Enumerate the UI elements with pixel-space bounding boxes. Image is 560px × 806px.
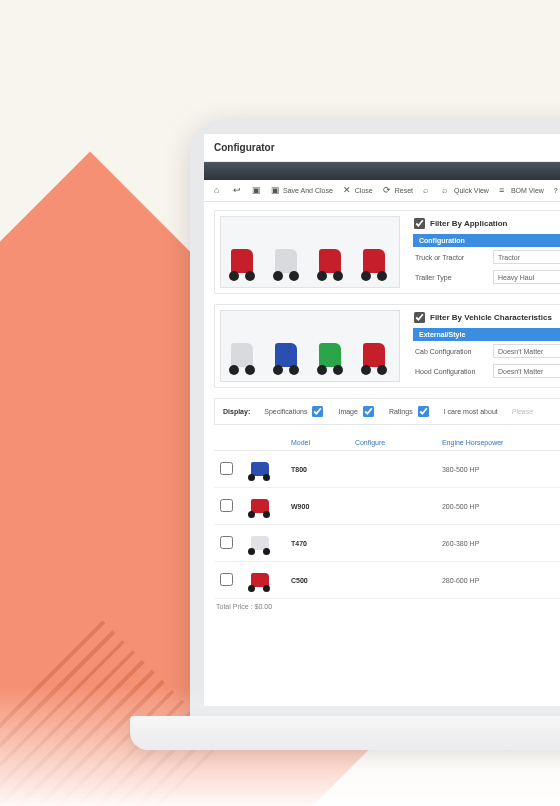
save-and-close-label: Save And Close [283, 187, 333, 194]
back-icon: ↩ [233, 186, 242, 195]
col-engine-hp[interactable]: Engine Horsepower [436, 435, 560, 451]
search-button[interactable]: ⌕ [423, 186, 432, 195]
vehicle-row: Hood ConfigurationDoesn't Matter˅ [413, 361, 560, 381]
engine-hp-value: 260-380 HP [436, 525, 560, 562]
close-label: Close [355, 187, 373, 194]
save-close-icon: ▣ [271, 186, 280, 195]
col-model[interactable]: Model [285, 435, 349, 451]
engine-hp-value: 380-500 HP [436, 451, 560, 488]
page-title: Configurator [204, 134, 560, 162]
quick-view-button[interactable]: ⌕ Quick View [442, 186, 489, 195]
results-table: Model Configure Engine Horsepower Peak T… [214, 435, 560, 599]
truck-thumbnail [245, 457, 279, 481]
engine-hp-value: 280-600 HP [436, 562, 560, 599]
row-select-checkbox[interactable] [220, 536, 233, 549]
help-button[interactable]: ? [554, 187, 558, 194]
filter-application-toggle[interactable] [414, 218, 425, 229]
truck-thumbnail [245, 568, 279, 592]
table-row: T470260-380 HP660-1,300 LB-FT2,600 RPM [214, 525, 560, 562]
display-options-bar: Display: Specifications Image Ratings I … [214, 398, 560, 425]
filter-vehicle-title: Filter By Vehicle Characteristics [430, 313, 552, 322]
bom-view-label: BOM View [511, 187, 544, 194]
bottom-fade [0, 686, 560, 806]
model-name[interactable]: T800 [291, 466, 307, 473]
row-select-checkbox[interactable] [220, 573, 233, 586]
filter-application-title: Filter By Application [430, 219, 508, 228]
vehicle-label: Hood Configuration [415, 368, 487, 375]
application-select[interactable]: Heavy Haul˅ [493, 270, 560, 284]
menubar[interactable] [204, 162, 560, 180]
application-label: Truck or Tractor [415, 254, 487, 261]
app-screen: Configurator ⌂ ↩ ▣ ▣ Save And Close ✕ Cl… [204, 134, 560, 706]
row-select-checkbox[interactable] [220, 462, 233, 475]
reset-icon: ⟳ [383, 186, 392, 195]
home-button[interactable]: ⌂ [214, 186, 223, 195]
home-icon: ⌂ [214, 186, 223, 195]
vehicle-label: Cab Configuration [415, 348, 487, 355]
toolbar: ⌂ ↩ ▣ ▣ Save And Close ✕ Close ⟳ Reset ⌕… [204, 180, 560, 202]
vehicle-trucks-image [220, 310, 400, 382]
display-ratings-label: Ratings [389, 408, 413, 415]
filter-application-panel: Filter By Application Configuration Truc… [214, 210, 560, 294]
engine-hp-value: 200-500 HP [436, 488, 560, 525]
application-select[interactable]: Tractor˅ [493, 250, 560, 264]
quick-view-icon: ⌕ [442, 186, 451, 195]
vehicle-select[interactable]: Doesn't Matter˅ [493, 344, 560, 358]
list-icon: ≡ [499, 186, 508, 195]
help-label: ? [554, 187, 558, 194]
table-row: W900200-500 HP520-1,650 LB-FT2,200 RPM [214, 488, 560, 525]
application-row: Truck or TractorTractor˅ [413, 247, 560, 267]
quick-view-label: Quick View [454, 187, 489, 194]
filter-vehicle-toggle[interactable] [414, 312, 425, 323]
truck-thumbnail [245, 494, 279, 518]
model-name[interactable]: C500 [291, 577, 308, 584]
filter-vehicle-panel: Filter By Vehicle Characteristics Extern… [214, 304, 560, 388]
filter-application-section-label: Configuration [413, 234, 560, 247]
display-image-label: Image [338, 408, 357, 415]
total-price: Total Price : $0.00 [214, 599, 560, 610]
bom-view-button[interactable]: ≡ BOM View [499, 186, 544, 195]
table-row: T800380-500 HP1,450-1,850 LB-FT2,200 RPM [214, 451, 560, 488]
application-label: Trailer Type [415, 274, 487, 281]
search-icon: ⌕ [423, 186, 432, 195]
save-icon: ▣ [252, 186, 261, 195]
content-area: Filter By Application Configuration Truc… [204, 202, 560, 620]
application-row: Trailer TypeHeavy Haul˅ [413, 267, 560, 287]
back-button[interactable]: ↩ [233, 186, 242, 195]
display-specifications-label: Specifications [264, 408, 307, 415]
display-specifications-checkbox[interactable] [312, 406, 323, 417]
model-name[interactable]: T470 [291, 540, 307, 547]
save-and-close-button[interactable]: ▣ Save And Close [271, 186, 333, 195]
laptop-frame: Configurator ⌂ ↩ ▣ ▣ Save And Close ✕ Cl… [190, 120, 560, 720]
model-name[interactable]: W900 [291, 503, 309, 510]
display-label: Display: [223, 408, 250, 415]
vehicle-select[interactable]: Doesn't Matter˅ [493, 364, 560, 378]
close-icon: ✕ [343, 186, 352, 195]
row-select-checkbox[interactable] [220, 499, 233, 512]
application-trucks-image [220, 216, 400, 288]
col-configure[interactable]: Configure [349, 435, 436, 451]
care-about-label: I care most about [444, 408, 498, 415]
filter-vehicle-section-label: External/Style [413, 328, 560, 341]
reset-label: Reset [395, 187, 413, 194]
table-row: C500280-600 HP1,050-2,050 LB-FT350 LB-FT [214, 562, 560, 599]
reset-button[interactable]: ⟳ Reset [383, 186, 413, 195]
truck-thumbnail [245, 531, 279, 555]
display-ratings-checkbox[interactable] [418, 406, 429, 417]
close-button[interactable]: ✕ Close [343, 186, 373, 195]
save-button[interactable]: ▣ [252, 186, 261, 195]
display-image-checkbox[interactable] [363, 406, 374, 417]
care-about-select[interactable]: Please [512, 408, 533, 415]
vehicle-row: Cab ConfigurationDoesn't Matter˅ [413, 341, 560, 361]
